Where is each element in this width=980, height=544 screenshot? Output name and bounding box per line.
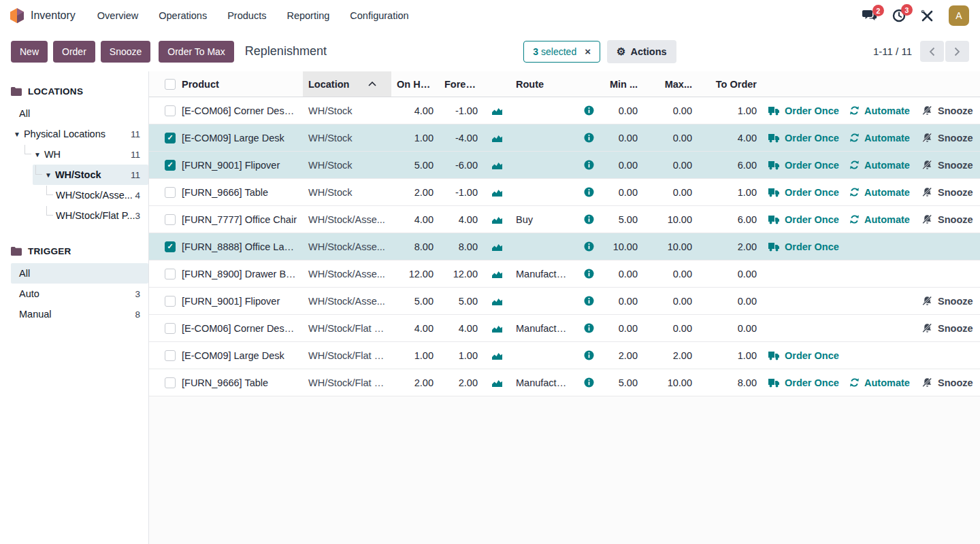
forecast-chart-icon[interactable] [483,351,510,360]
messages-button[interactable]: 2 [862,10,877,22]
table-row[interactable]: [E-COM09] Large DeskWH/Stock/Flat P...1.… [149,342,980,369]
row-checkbox[interactable] [165,377,176,388]
order-to-max-button[interactable]: Order To Max [159,41,234,63]
menu-item-products[interactable]: Products [220,6,273,25]
forecast-chart-icon[interactable] [483,242,510,252]
menu-item-reporting[interactable]: Reporting [280,6,336,25]
order-once-button[interactable]: Order Once [768,160,838,171]
order-once-button[interactable]: Order Once [768,214,838,225]
location-filter-wh[interactable]: ▼WH11 [0,144,148,165]
table-row[interactable]: [FURN_9666] TableWH/Stock/Flat P...2.002… [149,369,980,396]
header-location[interactable]: Location [303,71,391,97]
automate-button[interactable]: Automate [849,105,911,116]
row-checkbox[interactable]: ✓ [165,133,176,143]
info-circle-icon[interactable] [575,241,602,252]
snooze-button[interactable]: Snooze [921,133,975,143]
snooze-button[interactable]: Snooze [921,296,975,307]
caret-down-icon[interactable]: ▼ [45,171,52,179]
table-row[interactable]: [FURN_7777] Office ChairWH/Stock/Asse...… [149,206,980,233]
row-checkbox[interactable]: ✓ [165,160,176,171]
row-checkbox[interactable] [165,187,176,198]
row-checkbox[interactable]: ✓ [165,241,176,252]
header-product[interactable]: Product [176,79,303,90]
trigger-filter-all[interactable]: All [0,263,148,284]
table-row[interactable]: [FURN_9666] TableWH/Stock2.00-1.000.000.… [149,179,980,206]
order-once-button[interactable]: Order Once [768,105,838,116]
row-checkbox[interactable] [165,269,176,279]
order-button[interactable]: Order [53,41,95,63]
snooze-button[interactable]: Snooze [101,41,150,63]
info-circle-icon[interactable] [575,105,602,116]
header-min[interactable]: Min ... [602,79,643,90]
automate-button[interactable]: Automate [849,214,911,225]
order-once-button[interactable]: Order Once [768,241,838,252]
automate-button[interactable]: Automate [849,133,911,143]
location-filter-wh-stock-asse-[interactable]: WH/Stock/Asse...4 [0,185,148,205]
order-once-button[interactable]: Order Once [768,377,838,388]
location-filter-wh-stock[interactable]: ▼WH/Stock11 [0,165,148,185]
order-once-button[interactable]: Order Once [768,350,838,361]
location-filter-wh-stock-flat-p-[interactable]: WH/Stock/Flat P...3 [0,205,148,226]
info-circle-icon[interactable] [575,160,602,170]
row-checkbox[interactable] [165,296,176,307]
caret-down-icon[interactable]: ▼ [14,131,20,138]
location-filter-all[interactable]: All [0,103,148,124]
info-circle-icon[interactable] [575,350,602,360]
info-circle-icon[interactable] [575,269,602,279]
forecast-chart-icon[interactable] [483,324,510,333]
header-to-order[interactable]: To Order [698,79,762,90]
snooze-button[interactable]: Snooze [921,323,975,334]
row-checkbox[interactable] [165,350,176,361]
forecast-chart-icon[interactable] [483,269,510,279]
info-circle-icon[interactable] [575,323,602,333]
order-once-button[interactable]: Order Once [768,187,838,198]
forecast-chart-icon[interactable] [483,160,510,170]
pager-previous-button[interactable] [920,41,944,62]
forecast-chart-icon[interactable] [483,188,510,197]
forecast-chart-icon[interactable] [483,215,510,224]
info-circle-icon[interactable] [575,187,602,197]
actions-button[interactable]: ⚙ Actions [607,40,676,63]
forecast-chart-icon[interactable] [483,296,510,306]
info-circle-icon[interactable] [575,133,602,143]
automate-button[interactable]: Automate [849,160,911,171]
app-switcher[interactable]: Inventory [10,7,76,24]
menu-item-configuration[interactable]: Configuration [343,6,415,25]
order-once-button[interactable]: Order Once [768,133,838,143]
activities-button[interactable]: 3 [892,9,906,22]
caret-down-icon[interactable]: ▼ [34,151,41,158]
row-checkbox[interactable] [165,105,176,116]
header-forecast[interactable]: Forecast [439,79,483,90]
forecast-chart-icon[interactable] [483,133,510,143]
trigger-filter-auto[interactable]: Auto3 [0,284,148,304]
automate-button[interactable]: Automate [849,187,911,198]
table-row[interactable]: ✓[E-COM09] Large DeskWH/Stock1.00-4.000.… [149,124,980,152]
trigger-filter-manual[interactable]: Manual8 [0,304,148,324]
info-circle-icon[interactable] [575,214,602,224]
menu-item-operations[interactable]: Operations [152,6,214,25]
snooze-button[interactable]: Snooze [921,377,975,388]
header-route[interactable]: Route [510,79,575,90]
new-button[interactable]: New [11,41,48,63]
pager-next-button[interactable] [945,41,969,62]
header-max[interactable]: Max... [643,79,698,90]
location-filter-physical-locations[interactable]: ▼Physical Locations11 [0,124,148,144]
info-circle-icon[interactable] [575,377,602,388]
info-circle-icon[interactable] [575,296,602,306]
snooze-button[interactable]: Snooze [921,105,975,116]
clear-selection-icon[interactable]: × [585,46,591,56]
forecast-chart-icon[interactable] [483,378,510,388]
user-avatar[interactable]: A [949,5,969,26]
table-row[interactable]: [E-COM06] Corner Desk ...WH/Stock4.00-1.… [149,97,980,124]
row-checkbox[interactable] [165,214,176,225]
forecast-chart-icon[interactable] [483,106,510,116]
automate-button[interactable]: Automate [849,377,911,388]
menu-item-overview[interactable]: Overview [91,6,145,25]
header-on-hand[interactable]: On Hand [391,79,439,90]
table-row[interactable]: [E-COM06] Corner Desk ...WH/Stock/Flat P… [149,315,980,342]
snooze-button[interactable]: Snooze [921,214,975,225]
snooze-button[interactable]: Snooze [921,187,975,198]
select-all-checkbox[interactable] [165,79,176,90]
snooze-button[interactable]: Snooze [921,160,975,171]
table-row[interactable]: ✓[FURN_9001] FlipoverWH/Stock5.00-6.000.… [149,152,980,179]
